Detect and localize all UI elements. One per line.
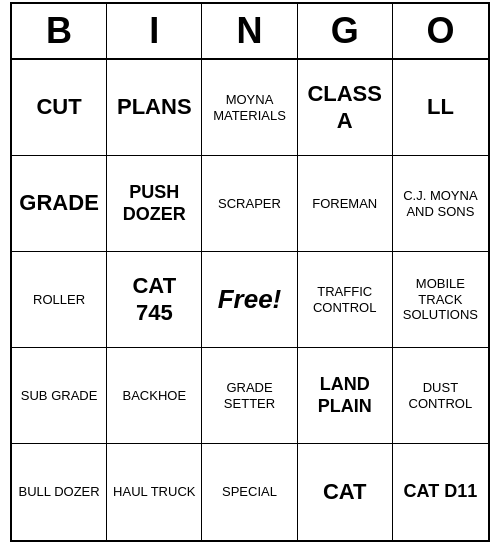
bingo-cell-r2-c0: ROLLER [12, 252, 107, 348]
bingo-cell-r4-c0: BULL DOZER [12, 444, 107, 540]
header-letter: B [12, 4, 107, 58]
bingo-cell-r1-c0: GRADE [12, 156, 107, 252]
bingo-cell-r2-c3: TRAFFIC CONTROL [298, 252, 393, 348]
header-letter: N [202, 4, 297, 58]
header-letter: O [393, 4, 488, 58]
bingo-cell-r0-c4: LL [393, 60, 488, 156]
bingo-cell-r0-c1: PLANS [107, 60, 202, 156]
bingo-cell-r2-c1: CAT 745 [107, 252, 202, 348]
bingo-cell-r3-c3: LAND PLAIN [298, 348, 393, 444]
bingo-cell-r3-c0: SUB GRADE [12, 348, 107, 444]
bingo-cell-r0-c2: MOYNA MATERIALS [202, 60, 297, 156]
bingo-grid: CUTPLANSMOYNA MATERIALSCLASS ALLGRADEPUS… [12, 60, 488, 540]
header-letter: G [298, 4, 393, 58]
bingo-cell-r4-c4: CAT D11 [393, 444, 488, 540]
bingo-cell-r4-c2: SPECIAL [202, 444, 297, 540]
bingo-cell-r3-c2: GRADE SETTER [202, 348, 297, 444]
bingo-cell-r0-c0: CUT [12, 60, 107, 156]
bingo-header: BINGO [12, 4, 488, 60]
header-letter: I [107, 4, 202, 58]
bingo-cell-r2-c2: Free! [202, 252, 297, 348]
bingo-cell-r0-c3: CLASS A [298, 60, 393, 156]
bingo-cell-r1-c3: FOREMAN [298, 156, 393, 252]
bingo-cell-r4-c1: HAUL TRUCK [107, 444, 202, 540]
bingo-cell-r1-c1: PUSH DOZER [107, 156, 202, 252]
bingo-cell-r2-c4: MOBILE TRACK SOLUTIONS [393, 252, 488, 348]
bingo-cell-r4-c3: CAT [298, 444, 393, 540]
bingo-cell-r1-c2: SCRAPER [202, 156, 297, 252]
bingo-cell-r1-c4: C.J. MOYNA AND SONS [393, 156, 488, 252]
bingo-card: BINGO CUTPLANSMOYNA MATERIALSCLASS ALLGR… [10, 2, 490, 542]
bingo-cell-r3-c4: DUST CONTROL [393, 348, 488, 444]
bingo-cell-r3-c1: BACKHOE [107, 348, 202, 444]
